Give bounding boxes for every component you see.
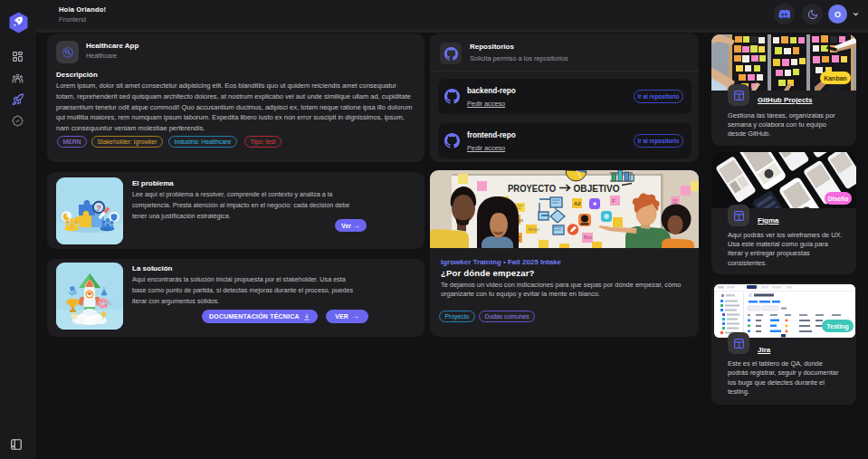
svg-text:PROYECTO: PROYECTO bbox=[508, 183, 556, 194]
svg-text:✦: ✦ bbox=[592, 200, 598, 208]
svg-text:Apoyo: Apoyo bbox=[528, 227, 539, 232]
svg-text:Biza: Biza bbox=[584, 235, 592, 240]
svg-text:A2: A2 bbox=[574, 201, 581, 206]
svg-text:❆: ❆ bbox=[604, 213, 610, 221]
svg-text:OBJETIVO: OBJETIVO bbox=[574, 183, 620, 194]
svg-text:≠: ≠ bbox=[612, 197, 615, 204]
svg-text:?: ? bbox=[96, 204, 100, 213]
